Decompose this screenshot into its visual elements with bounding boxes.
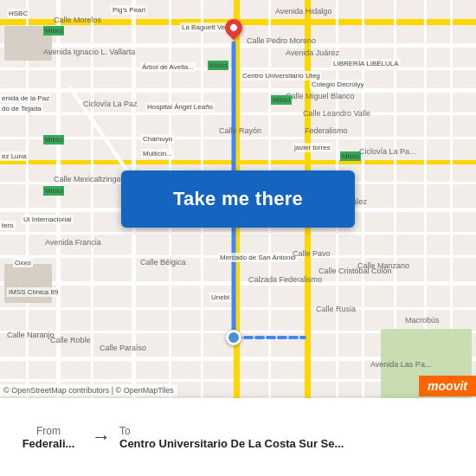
osm-attribution: © OpenStreetMap contributors | © OpenMap… <box>0 384 177 396</box>
bottom-bar: From Federali... → To Centro Universitar… <box>0 398 476 476</box>
label-cristobal: Calle Cristóbal Colón <box>318 267 392 275</box>
label-unebi: Unebi <box>209 293 231 302</box>
label-tero: tero <box>0 221 16 230</box>
label-macrobus: Macrobús <box>405 316 440 325</box>
arrow-icon: → <box>92 426 111 448</box>
label-av-hidalgo: Avenida Hidalgo <box>275 7 331 16</box>
from-name: Federali... <box>23 437 75 450</box>
label-mibici-4: Mibici <box>43 186 64 196</box>
moovit-logo: moovit <box>419 376 476 396</box>
label-pigs-pearl: Pig's Pearl <box>111 5 147 15</box>
destination-marker <box>226 330 241 345</box>
label-hospital: Hospital Ángel Leaño <box>145 102 215 112</box>
app-container: Calle Morelos Avenida Hidalgo HSBC Aveni… <box>0 0 476 476</box>
street-v-2 <box>56 0 61 398</box>
imss-block <box>4 264 52 303</box>
label-paraiso: Calle Paraíso <box>100 344 146 352</box>
label-ui-int: Ui Internacional <box>22 215 74 224</box>
to-name: Centro Universitario De La Costa Sur Se.… <box>119 437 344 450</box>
label-manzano: Calle Manzano <box>357 261 409 270</box>
label-mibici-3: Mibici <box>271 95 292 105</box>
hsbc-block <box>4 26 52 61</box>
label-rayon: Calle Rayón <box>219 126 261 135</box>
to-section: To Centro Universitario De La Costa Sur … <box>119 425 462 450</box>
label-miguel-blanco: Calle Miguel Blanco <box>286 92 355 100</box>
take-me-there-button[interactable]: Take me there <box>121 170 355 228</box>
label-javier-torres: javier torres <box>293 143 332 152</box>
label-federalismo: Federalismo <box>305 126 348 135</box>
from-section: From Federali... <box>14 425 83 450</box>
label-ciclovia-2: Ciclovía La Pa... <box>359 147 416 156</box>
street-v-11 <box>362 0 364 398</box>
to-label: To <box>119 425 131 437</box>
street-v-3 <box>91 0 93 398</box>
label-belgica: Calle Bélgica <box>140 258 186 267</box>
label-juarez: Avenida Juárez <box>286 48 339 57</box>
from-label: From <box>36 425 61 437</box>
